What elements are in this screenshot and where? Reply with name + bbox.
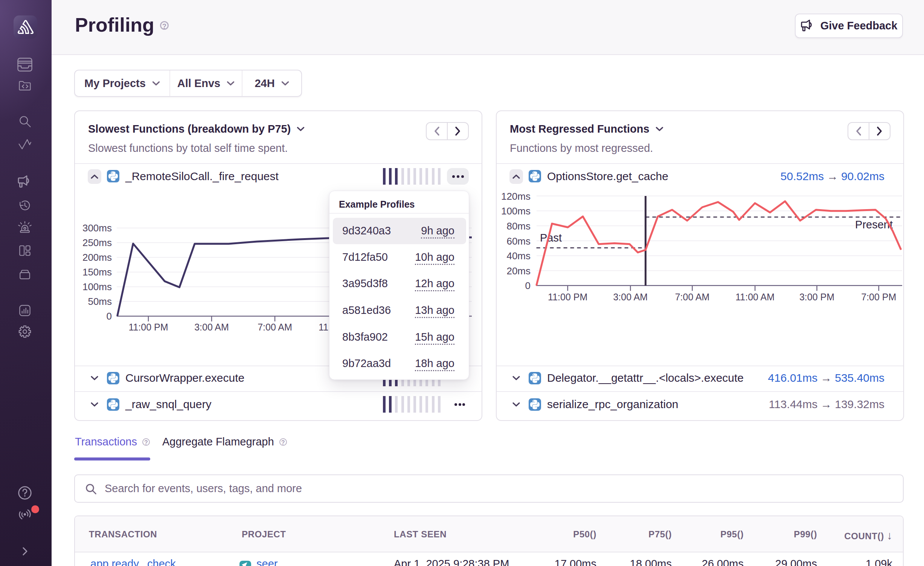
svg-text:120ms: 120ms bbox=[501, 191, 531, 202]
svg-text:80ms: 80ms bbox=[506, 220, 531, 232]
svg-text:7:00 AM: 7:00 AM bbox=[675, 292, 710, 302]
svg-text:3:00 PM: 3:00 PM bbox=[799, 292, 834, 302]
svg-text:300ms: 300ms bbox=[82, 222, 112, 234]
svg-text:11:00 PM: 11:00 PM bbox=[548, 292, 587, 302]
svg-text:3:00 AM: 3:00 AM bbox=[194, 322, 229, 332]
svg-text:Past: Past bbox=[540, 232, 562, 244]
svg-text:150ms: 150ms bbox=[82, 266, 112, 278]
svg-text:0: 0 bbox=[525, 280, 531, 291]
svg-text:50ms: 50ms bbox=[88, 296, 112, 307]
svg-text:11:00 AM: 11:00 AM bbox=[735, 292, 775, 302]
svg-text:40ms: 40ms bbox=[506, 250, 531, 262]
svg-text:100ms: 100ms bbox=[501, 205, 531, 217]
svg-text:60ms: 60ms bbox=[506, 236, 531, 247]
svg-text:0: 0 bbox=[107, 311, 112, 322]
svg-text:3:00 AM: 3:00 AM bbox=[613, 292, 648, 302]
svg-text:7:00 AM: 7:00 AM bbox=[258, 322, 292, 332]
svg-text:100ms: 100ms bbox=[82, 281, 112, 292]
svg-text:20ms: 20ms bbox=[506, 265, 531, 277]
svg-text:Present: Present bbox=[855, 219, 893, 231]
svg-text:250ms: 250ms bbox=[82, 237, 112, 248]
svg-text:11:00 PM: 11:00 PM bbox=[128, 322, 168, 332]
svg-text:200ms: 200ms bbox=[82, 252, 112, 263]
svg-text:7:00 PM: 7:00 PM bbox=[861, 292, 896, 302]
